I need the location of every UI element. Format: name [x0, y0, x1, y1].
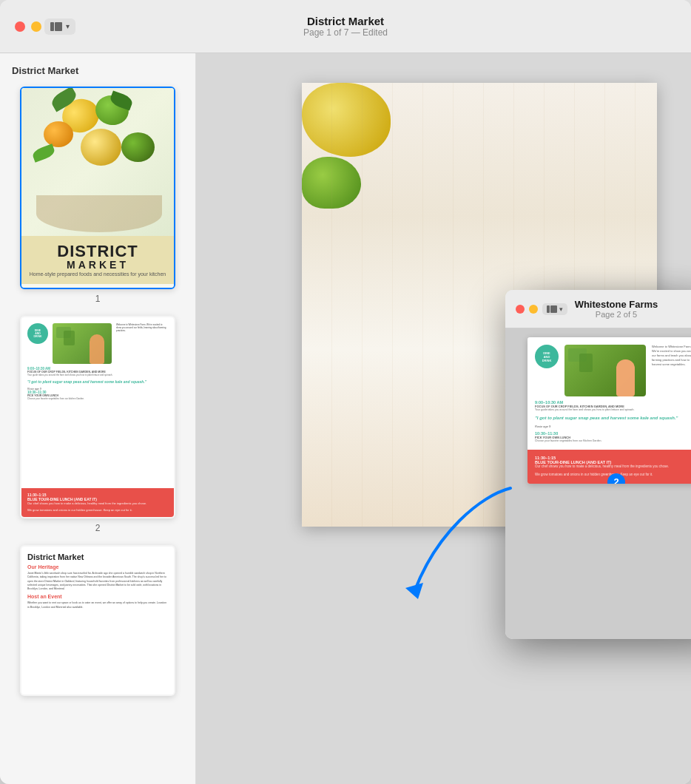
- page-3-section: Our Heritage: [27, 564, 168, 570]
- page-2-footer-title: 11:30–1:15BLUE TOUR-DINE LUNCH (AND EAT …: [27, 493, 168, 501]
- view-toggle-button[interactable]: ▾: [44, 18, 75, 35]
- title-area: District Market Page 1 of 7 — Edited: [303, 15, 388, 38]
- page-1-tagline: Home-style prepared foods and necessitie…: [29, 271, 166, 277]
- plant-2: [64, 331, 75, 345]
- schedule-item-1: 9:00–10:30 AM FOCUS OF OUR CROP FIELDS, …: [27, 367, 168, 376]
- sidebar-page-1[interactable]: DISTRICT MARKET Home-style prepared food…: [9, 87, 186, 304]
- sw-toolbar: ▾: [542, 303, 567, 315]
- title-bar: ▾ District Market Page 1 of 7 — Edited: [0, 0, 691, 53]
- window-title: District Market: [303, 15, 388, 27]
- panel-icon: [50, 22, 62, 31]
- person-figure: [90, 334, 104, 364]
- sw-dine-text: DINEANDDRINK: [542, 351, 552, 362]
- page-3-title: District Market: [27, 552, 168, 561]
- page-2-footer: 11:30–1:15BLUE TOUR-DINE LUNCH (AND EAT …: [21, 488, 174, 517]
- panel-right: [55, 22, 62, 31]
- sw-close-button[interactable]: [516, 305, 525, 314]
- sw-window-title: Whitestone Farms: [575, 299, 658, 310]
- page-3-event-body: Whether you want to rent our space or bo…: [27, 601, 168, 609]
- sw-intro-text: Welcome to Whitestone Farm. We're excite…: [652, 345, 691, 396]
- fruit-orange-1: [44, 121, 73, 147]
- page-3-content: District Market Our Heritage Janet Marti…: [21, 547, 174, 695]
- sidebar-title: District Market: [9, 65, 186, 76]
- chevron-down-icon: ▾: [66, 22, 70, 30]
- page-3-body: Janet Martin's little sandwich shop sure…: [27, 572, 168, 591]
- page-1-banner: DISTRICT MARKET Home-style prepared food…: [21, 236, 174, 284]
- fruit-lemon-2: [81, 129, 121, 166]
- sw-window-subtitle: Page 2 of 5: [575, 310, 658, 319]
- fruit-lime-2: [121, 132, 155, 162]
- sidebar-page-3[interactable]: District Market Our Heritage Janet Marti…: [9, 545, 186, 696]
- page-1-bg: [21, 88, 174, 236]
- sw-quote-attrib: Rosie age 9: [535, 425, 691, 428]
- page-1-subtitle: MARKET: [29, 260, 166, 270]
- farm-image: [53, 323, 112, 364]
- main-content: ▾ Whitestone Farms Page 2 of 5 DINEA: [196, 53, 691, 784]
- page-2-content: DINEANDDRINK Welcome to Whitestone Farm.: [21, 317, 174, 517]
- sw-desc-1: Your guide takes you around the farm and…: [535, 408, 691, 411]
- toolbar-left: ▾: [44, 18, 75, 35]
- page-2-quote: "I got to plant sugar snap peas and harv…: [27, 379, 168, 385]
- sw-footer-body: Our chef shows you how to make a delicio…: [535, 464, 691, 470]
- close-button[interactable]: [15, 21, 25, 32]
- page-2-inner: DINEANDDRINK Welcome to Whitestone Farm.: [21, 317, 174, 517]
- sw-page-header: DINEANDDRINK Welcome to Whitestone Farm.…: [535, 345, 691, 396]
- sidebar[interactable]: District Market: [0, 53, 196, 784]
- sidebar-page-2[interactable]: DINEANDDRINK Welcome to Whitestone Farm.: [9, 316, 186, 533]
- sw-titlebar: ▾ Whitestone Farms Page 2 of 5: [505, 290, 691, 328]
- page-1-thumbnail[interactable]: DISTRICT MARKET Home-style prepared food…: [20, 87, 175, 289]
- minimize-button[interactable]: [31, 21, 41, 32]
- page-2-schedule: 9:00–10:30 AM FOCUS OF OUR CROP FIELDS, …: [27, 367, 168, 400]
- sw-farm-photo: [564, 345, 646, 396]
- page-3-thumbnail[interactable]: District Market Our Heritage Janet Marti…: [20, 545, 175, 696]
- page-2-footer-extra: We grow tomatoes and onions in our hidde…: [27, 508, 168, 513]
- sw-body: DINEANDDRINK Welcome to Whitestone Farm.…: [505, 328, 691, 639]
- main-window: ▾ District Market Page 1 of 7 — Edited D…: [0, 0, 691, 784]
- sw-dine-circle: DINEANDDRINK: [535, 345, 559, 368]
- sw-chevron-icon: ▾: [559, 305, 563, 313]
- whitestone-farms-window: ▾ Whitestone Farms Page 2 of 5 DINEA: [505, 290, 691, 639]
- sw-title-area: Whitestone Farms Page 2 of 5: [575, 299, 658, 319]
- page-2-intro: Welcome to Whitestone Farm. We're excite…: [116, 323, 168, 333]
- page-2-number: 2: [95, 523, 101, 533]
- page-3-event-title: Host an Event: [27, 594, 168, 599]
- sw-person-figure: [616, 359, 635, 396]
- page-2-thumbnail[interactable]: DINEANDDRINK Welcome to Whitestone Farm.: [20, 316, 175, 518]
- sw-page-inner: DINEANDDRINK Welcome to Whitestone Farm.…: [527, 337, 691, 450]
- dine-drink-text: DINEANDDRINK: [33, 329, 41, 339]
- panel-left: [50, 22, 54, 31]
- sw-plant-2: [579, 354, 593, 372]
- page-1-content: DISTRICT MARKET Home-style prepared food…: [21, 88, 174, 288]
- sw-footer-title: 11:30–1:15BLUE TOUR-DINE LUNCH (AND EAT …: [535, 456, 691, 464]
- sidebar-pages: DISTRICT MARKET Home-style prepared food…: [9, 87, 186, 696]
- sw-quote: "I got to plant sugar snap peas and harv…: [535, 415, 691, 421]
- sw-panel-left: [547, 305, 550, 313]
- sw-minimize-button[interactable]: [529, 305, 538, 314]
- basket: [36, 195, 162, 232]
- sw-document-page: DINEANDDRINK Welcome to Whitestone Farm.…: [527, 337, 691, 484]
- schedule-desc-1: Your guide takes you around the farm and…: [27, 374, 168, 376]
- sw-desc-2: Choose your favorite vegetables from our…: [535, 439, 691, 442]
- main-layout: District Market: [0, 53, 691, 784]
- window-subtitle: Page 1 of 7 — Edited: [303, 27, 388, 38]
- sw-schedule: 9:00–10:30 AM FOCUS OF OUR CROP FIELDS, …: [535, 400, 691, 442]
- sw-view-icon: [547, 305, 557, 313]
- page-1-number: 1: [95, 294, 101, 304]
- dine-drink-circle: DINEANDDRINK: [27, 323, 48, 344]
- page-2-header: DINEANDDRINK Welcome to Whitestone Farm.: [27, 323, 168, 364]
- page-1-title: DISTRICT: [29, 243, 166, 260]
- svg-marker-0: [405, 583, 423, 599]
- schedule-item-2: 10:30–11:30 PICK YOUR OWN LUNCH Choose y…: [27, 391, 168, 400]
- leaf-3: [31, 143, 56, 162]
- schedule-desc-2: Choose your favorite vegetables from our…: [27, 397, 168, 400]
- sw-panel-right: [550, 305, 557, 313]
